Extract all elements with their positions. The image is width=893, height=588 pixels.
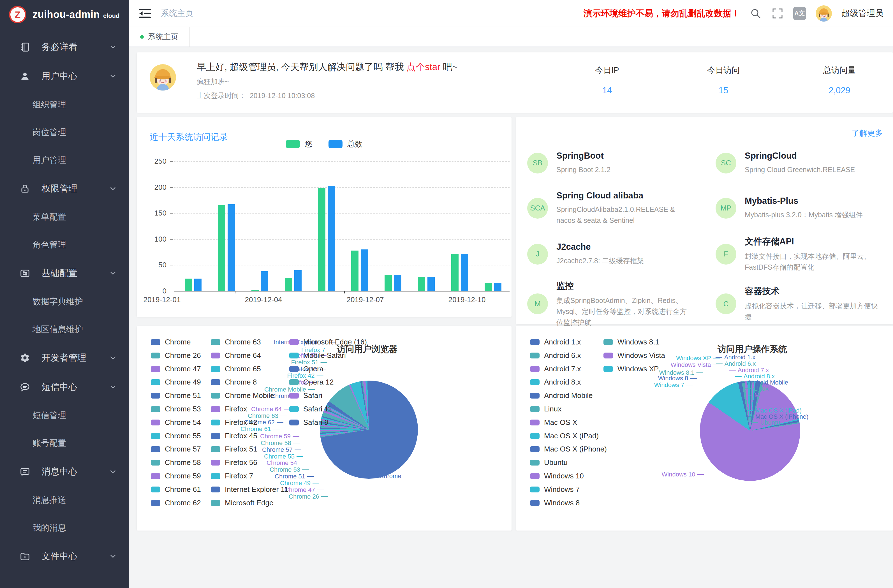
legend-item-Chrome 57[interactable]: Chrome 57: [151, 445, 201, 453]
callout-text: Chrome 57: [262, 446, 293, 453]
username[interactable]: 超级管理员: [842, 8, 884, 19]
legend-item-Chrome 59[interactable]: Chrome 59: [151, 472, 201, 480]
legend-item-Chrome 55[interactable]: Chrome 55: [151, 432, 201, 440]
tech-item-文件存储API[interactable]: F文件存储API封装文件接口，实现本地存储、阿里云、FastDFS存储的配置化: [704, 232, 893, 276]
legend-item-Chrome 58[interactable]: Chrome 58: [151, 458, 201, 467]
sidebar-item-岗位管理[interactable]: 岗位管理: [0, 119, 129, 146]
language-icon[interactable]: A文: [793, 7, 806, 20]
legend-item-Chrome 62[interactable]: Chrome 62: [151, 499, 201, 507]
legend-item-Android 1.x[interactable]: Android 1.x: [530, 338, 581, 346]
tech-item-SpringBoot[interactable]: SBSpringBootSpring Boot 2.1.2: [516, 142, 704, 184]
legend-item-Chrome 63[interactable]: Chrome 63: [211, 338, 261, 346]
legend-item-Chrome Mobile[interactable]: Chrome Mobile: [211, 391, 274, 400]
sidebar-item-我的消息[interactable]: 我的消息: [0, 514, 129, 542]
legend-item-Windows 7[interactable]: Windows 7: [530, 485, 580, 494]
sidebar-item-数据字典维护[interactable]: 数据字典维护: [0, 288, 129, 316]
sidebar-item-菜单配置[interactable]: 菜单配置: [0, 203, 129, 231]
legend-item-Chrome 47[interactable]: Chrome 47: [151, 365, 201, 373]
demo-warning-text: 演示环境维护不易，请勿乱删乱改数据！: [583, 8, 740, 20]
legend-item-Opera 12[interactable]: Opera 12: [289, 378, 334, 386]
search-icon[interactable]: [750, 7, 762, 20]
legend-item-Internet Explorer 11[interactable]: Internet Explorer 11: [211, 485, 288, 494]
sidebar-item-短信管理[interactable]: 短信管理: [0, 402, 129, 429]
legend-item-Safari 9[interactable]: Safari 9: [289, 418, 329, 427]
legend-chip: [151, 500, 160, 506]
sidebar-group-短信中心[interactable]: 短信中心: [0, 373, 129, 402]
tech-item-Spring Cloud alibaba[interactable]: SCASpring Cloud alibabaSpringCloudAlibab…: [516, 184, 704, 232]
legend-item-Mac OS X[interactable]: Mac OS X: [530, 418, 577, 427]
star-link[interactable]: 点个star: [406, 62, 440, 72]
legend-label: Chrome 55: [165, 432, 201, 440]
legend-item-Firefox 7[interactable]: Firefox 7: [211, 472, 253, 480]
sidebar-group-消息中心[interactable]: 消息中心: [0, 457, 129, 486]
legend-item-Android 6.x[interactable]: Android 6.x: [530, 351, 581, 360]
legend-item-Chrome 53[interactable]: Chrome 53: [151, 405, 201, 414]
tech-desc: 集成SpringBootAdmin、Zipkin、Redis、Mysql、定时任…: [556, 295, 693, 328]
tech-item-SpringCloud[interactable]: SCSpringCloudSpring Cloud Greenwich.RELE…: [704, 142, 893, 184]
menu-fold-icon[interactable]: [138, 8, 151, 20]
legend-item-Windows 8.1[interactable]: Windows 8.1: [603, 338, 659, 346]
legend-item-Android 7.x[interactable]: Android 7.x: [530, 365, 581, 373]
legend-item-Windows Vista[interactable]: Windows Vista: [603, 351, 665, 360]
tech-item-Mybatis-Plus[interactable]: MPMybatis-PlusMybatis-plus 3.2.0：Mybatis…: [704, 184, 893, 232]
sidebar-group-基础配置[interactable]: 基础配置: [0, 259, 129, 288]
legend-item-Chrome 65[interactable]: Chrome 65: [211, 365, 261, 373]
tech-item-容器技术[interactable]: C容器技术虚拟化容器技术，让迁移、部署更加方便快捷: [704, 276, 893, 332]
sidebar-item-账号配置[interactable]: 账号配置: [0, 429, 129, 457]
sidebar-group-开发者管理[interactable]: 开发者管理: [0, 343, 129, 373]
tab-home[interactable]: 系统主页: [129, 27, 190, 47]
legend-item-Firefox[interactable]: Firefox: [211, 405, 247, 414]
legend-item-Chrome 64[interactable]: Chrome 64: [211, 351, 261, 360]
legend-item-Windows XP[interactable]: Windows XP: [603, 365, 658, 373]
bar-chart-plot[interactable]: 0501001502002502019-12-012019-12-042019-…: [137, 117, 511, 317]
sidebar-item-label: 短信管理: [33, 410, 66, 421]
breadcrumb[interactable]: 系统主页: [161, 8, 193, 19]
legend-item-Chrome[interactable]: Chrome: [151, 338, 191, 346]
legend-item-Chrome 51[interactable]: Chrome 51: [151, 391, 201, 400]
legend-item-Chrome 49[interactable]: Chrome 49: [151, 378, 201, 386]
legend-item-Chrome 26[interactable]: Chrome 26: [151, 351, 201, 360]
sidebar-group-用户中心[interactable]: 用户中心: [0, 62, 129, 91]
legend-item-Firefox 45[interactable]: Firefox 45: [211, 432, 257, 440]
legend-label: Chrome 26: [165, 351, 201, 360]
legend-item-Safari 11[interactable]: Safari 11: [289, 405, 332, 414]
tech-item-J2cache[interactable]: JJ2cacheJ2cache2.7.8: 二级缓存框架: [516, 232, 704, 276]
legend-item-Mac OS X (iPhone)[interactable]: Mac OS X (iPhone): [530, 445, 607, 453]
legend-item-Chrome 8[interactable]: Chrome 8: [211, 378, 257, 386]
browser-pie[interactable]: [320, 380, 418, 479]
legend-item-Microsoft Edge[interactable]: Microsoft Edge: [211, 499, 273, 507]
legend-item-Windows 8[interactable]: Windows 8: [530, 499, 580, 507]
sidebar-item-消息推送[interactable]: 消息推送: [0, 486, 129, 514]
os-pie-card: 访问用户操作系统 Android 1.xAndroid 6.xAndroid 7…: [516, 326, 893, 531]
legend-item-Firefox 56[interactable]: Firefox 56: [211, 458, 257, 467]
legend-item-Android 8.x[interactable]: Android 8.x: [530, 378, 581, 386]
tech-item-监控[interactable]: M监控集成SpringBootAdmin、Zipkin、Redis、Mysql、…: [516, 276, 704, 332]
avatar[interactable]: [816, 5, 832, 22]
legend-label: Windows 8.1: [618, 338, 659, 346]
legend-chip: [289, 393, 299, 399]
legend-label: Chrome 61: [165, 485, 201, 494]
legend-item-Linux[interactable]: Linux: [530, 405, 561, 414]
legend-item-Opera[interactable]: Opera: [289, 365, 323, 373]
legend-item-Safari[interactable]: Safari: [289, 391, 322, 400]
legend-item-Mac OS X (iPad)[interactable]: Mac OS X (iPad): [530, 432, 599, 440]
sidebar-item-用户管理[interactable]: 用户管理: [0, 146, 129, 174]
legend-item-Windows 10[interactable]: Windows 10: [530, 472, 584, 480]
legend-item-Ubuntu[interactable]: Ubuntu: [530, 458, 568, 467]
brand[interactable]: Z zuihou-admincloud: [0, 0, 129, 29]
sidebar-item-地区信息维护[interactable]: 地区信息维护: [0, 316, 129, 343]
fullscreen-icon[interactable]: [771, 7, 784, 20]
legend-item-Chrome 61[interactable]: Chrome 61: [151, 485, 201, 494]
legend-item-Firefox 51[interactable]: Firefox 51: [211, 445, 257, 453]
learn-more-link[interactable]: 了解更多: [851, 128, 883, 138]
sidebar-item-组织管理[interactable]: 组织管理: [0, 91, 129, 119]
legend-item-Chrome 54[interactable]: Chrome 54: [151, 418, 201, 427]
sidebar-group-务必详看[interactable]: 务必详看: [0, 33, 129, 62]
sidebar-group-权限管理[interactable]: 权限管理: [0, 174, 129, 203]
legend-chip: [151, 406, 160, 412]
legend-item-Android Mobile[interactable]: Android Mobile: [530, 391, 592, 400]
greeting-suffix: 吧~: [440, 62, 457, 72]
sidebar-group-文件中心[interactable]: 文件中心: [0, 542, 129, 571]
sidebar-item-角色管理[interactable]: 角色管理: [0, 231, 129, 259]
legend-item-Firefox 42[interactable]: Firefox 42: [211, 418, 257, 427]
